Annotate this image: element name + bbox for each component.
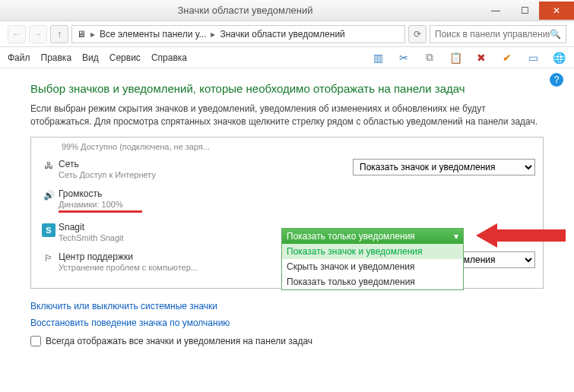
dropdown-item[interactable]: Показать только уведомления [282, 274, 463, 289]
maximize-button[interactable]: ☐ [510, 2, 539, 20]
properties-icon[interactable]: ▭ [525, 50, 541, 65]
refresh-button[interactable]: ⟳ [408, 25, 427, 43]
page-description: Если выбран режим скрытия значков и увед… [30, 103, 544, 129]
dropdown-item[interactable]: Скрыть значок и уведомления [282, 259, 463, 274]
list-row-volume: 🔊 Громкость Динамики: 100% [39, 184, 535, 217]
forward-button[interactable]: → [29, 25, 47, 43]
highlight-underline [59, 210, 142, 213]
paste-icon[interactable]: 📋 [448, 50, 463, 65]
row-name: Громкость [59, 188, 353, 199]
minimize-button[interactable]: — [481, 2, 510, 20]
search-input[interactable] [435, 29, 550, 40]
menu-help[interactable]: Справка [151, 52, 187, 63]
menu-service[interactable]: Сервис [109, 52, 141, 63]
link-restore-default[interactable]: Восстановить поведение значка по умолчан… [0, 311, 574, 328]
nav-toolbar: ← → ↑ 🖥 ▸ Все элементы панели у... ▸ Зна… [0, 21, 574, 47]
always-show-checkbox-row: Всегда отображать все значки и уведомлен… [0, 328, 574, 351]
volume-behavior-dropdown[interactable]: Показать только уведомления ▾ Показать з… [281, 228, 464, 290]
chevron-icon: ▸ [211, 29, 215, 40]
menu-bar: Файл Правка Вид Сервис Справка ▥ ✂ ⧉ 📋 ✖… [0, 47, 574, 68]
row-sub: Динамики: 100% [59, 200, 353, 209]
dropdown-selected-label: Показать только уведомления [287, 231, 415, 242]
delete-icon[interactable]: ✖ [474, 50, 489, 65]
search-box[interactable]: 🔍 [430, 25, 566, 43]
window-title: Значки области уведомлений [9, 5, 481, 16]
snagit-icon: S [39, 222, 59, 237]
check-icon[interactable]: ✔ [499, 50, 515, 65]
dropdown-item[interactable]: Показать значок и уведомления [282, 244, 463, 259]
close-button[interactable]: ✕ [539, 2, 574, 20]
menu-file[interactable]: Файл [8, 52, 30, 63]
chevron-icon: ▸ [90, 29, 95, 40]
world-icon[interactable]: 🌐 [551, 50, 566, 65]
truncated-row-sub: 99% Доступно (подключена, не заря... [39, 142, 535, 154]
up-button[interactable]: ↑ [50, 25, 68, 43]
copy-icon[interactable]: ⧉ [422, 50, 437, 65]
search-icon[interactable]: 🔍 [550, 29, 561, 40]
row-sub: Сеть Доступ к Интернету [59, 170, 353, 179]
address-bar[interactable]: 🖥 ▸ Все элементы панели у... ▸ Значки об… [71, 25, 405, 43]
cut-icon[interactable]: ✂ [396, 50, 411, 65]
breadcrumb-leaf[interactable]: Значки области уведомлений [220, 29, 344, 40]
volume-icon: 🔊 [39, 188, 59, 201]
back-button[interactable]: ← [8, 25, 26, 43]
dropdown-selected[interactable]: Показать только уведомления ▾ [282, 229, 463, 244]
help-icon[interactable]: ? [550, 73, 563, 87]
title-bar: Значки области уведомлений — ☐ ✕ [0, 0, 574, 21]
checkbox-label: Всегда отображать все значки и уведомлен… [46, 336, 312, 346]
network-behavior-select[interactable]: Показать значок и уведомления [353, 159, 535, 175]
control-panel-icon: 🖥 [77, 29, 86, 40]
always-show-checkbox[interactable] [30, 336, 41, 346]
page-heading: Выбор значков и уведомлений, которые нео… [30, 82, 544, 95]
list-row-network: 🖧 Сеть Сеть Доступ к Интернету Показать … [39, 154, 535, 184]
network-icon: 🖧 [39, 159, 59, 171]
row-name: Сеть [59, 159, 353, 169]
flag-icon: 🏳 [39, 251, 59, 264]
menu-view[interactable]: Вид [82, 52, 99, 63]
breadcrumb-root[interactable]: Все элементы панели у... [100, 29, 206, 40]
chevron-down-icon: ▾ [454, 231, 458, 242]
menu-edit[interactable]: Правка [41, 52, 72, 63]
organize-icon[interactable]: ▥ [370, 50, 385, 65]
link-toggle-system[interactable]: Включить или выключить системные значки [0, 295, 574, 311]
